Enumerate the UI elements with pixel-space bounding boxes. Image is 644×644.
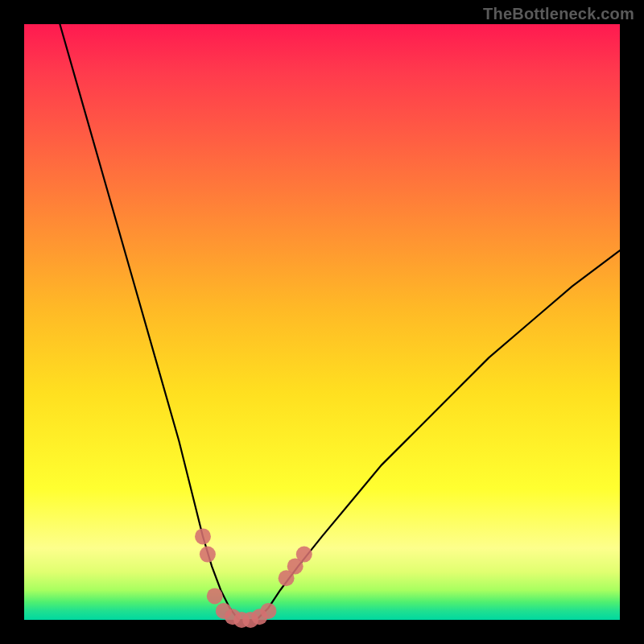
curve-marker xyxy=(200,547,216,563)
curve-marker xyxy=(260,603,276,619)
plot-area xyxy=(24,24,620,620)
curve-marker xyxy=(296,547,312,563)
bottleneck-curve xyxy=(60,24,620,620)
curve-marker xyxy=(207,588,223,604)
watermark-text: TheBottleneck.com xyxy=(483,5,634,23)
chart-frame: TheBottleneck.com xyxy=(0,0,644,644)
bottleneck-curve-svg xyxy=(24,24,620,620)
curve-marker xyxy=(195,528,211,544)
